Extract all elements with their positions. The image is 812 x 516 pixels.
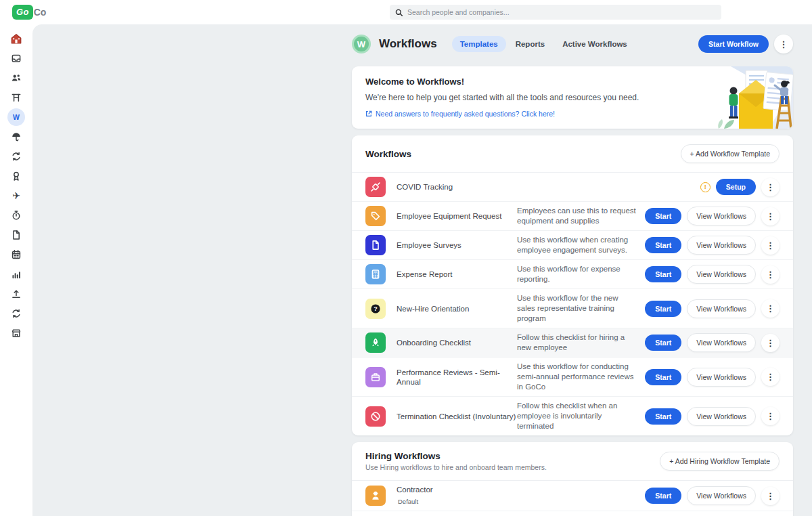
view-workflows-button[interactable]: View Workflows (687, 265, 756, 284)
marketplace-icon (11, 328, 22, 339)
welcome-illustration (637, 66, 793, 129)
sync-alt-icon (11, 308, 22, 319)
row-kebab-menu-button[interactable]: ⋮ (761, 265, 780, 284)
workflow-row: COVID Tracking!Setup⋮ (352, 173, 793, 202)
sidebar-item-inbox[interactable] (7, 49, 25, 67)
workflow-name: COVID Tracking (397, 182, 517, 192)
logo-text: Co (34, 7, 47, 18)
default-badge: Default (397, 497, 517, 507)
start-button[interactable]: Start (645, 488, 681, 504)
team-icon (11, 72, 22, 83)
row-kebab-menu-button[interactable]: ⋮ (761, 299, 780, 318)
welcome-banner: Welcome to Workflows! We're here to help… (352, 66, 793, 129)
start-button[interactable]: Start (645, 237, 681, 253)
sidebar-item-workflows[interactable]: W (7, 108, 25, 126)
row-kebab-menu-button[interactable]: ⋮ (761, 178, 780, 196)
workflow-description: Follow this checklist when an employee i… (517, 401, 645, 431)
workflows-icon: W (11, 112, 22, 123)
document-icon (365, 235, 386, 255)
workflow-name: Termination Checklist (Involuntary) (397, 412, 517, 421)
add-workflow-template-button[interactable]: + Add Workflow Template (681, 144, 780, 163)
workflow-description: Use this workflow for expense reporting. (517, 264, 645, 284)
workflow-description: Employees can use this to request equipm… (517, 206, 645, 226)
workflow-description: Use this workflow when creating employee… (517, 235, 645, 255)
workflows-card: Workflows + Add Workflow Template COVID … (352, 135, 793, 435)
svg-text:?: ? (374, 305, 378, 312)
office-icon (11, 92, 22, 103)
faq-link[interactable]: Need answers to frequently asked questio… (365, 110, 555, 118)
start-button[interactable]: Start (645, 266, 681, 282)
workflow-name: Expense Report (397, 270, 517, 279)
tab-reports[interactable]: Reports (508, 36, 553, 52)
tab-active-workflows[interactable]: Active Workflows (554, 36, 635, 52)
start-button[interactable]: Start (645, 408, 681, 425)
start-button[interactable]: Start (645, 335, 681, 351)
search-icon (395, 9, 403, 16)
row-kebab-menu-button[interactable]: ⋮ (761, 236, 780, 255)
view-workflows-button[interactable]: View Workflows (687, 299, 756, 318)
workflow-name: Performance Reviews - Semi-Annual (397, 368, 517, 387)
sync-icon (11, 151, 22, 162)
workflow-row: Employee SurveysUse this workflow when c… (352, 231, 793, 260)
inbox-icon (11, 53, 22, 64)
sidebar-item-travel[interactable]: ✈ (7, 187, 25, 205)
page-title: Workflows (379, 37, 437, 51)
awards-icon (11, 171, 22, 181)
sidebar-item-calendar[interactable] (7, 246, 25, 263)
row-kebab-menu-button[interactable]: ⋮ (761, 207, 780, 225)
reports-icon (11, 269, 22, 280)
workflow-name: New-Hire Orientation (397, 304, 517, 314)
time-tracking-icon (11, 210, 22, 221)
sidebar-item-office[interactable] (7, 89, 25, 106)
view-workflows-button[interactable]: View Workflows (687, 207, 756, 225)
view-workflows-button[interactable]: View Workflows (687, 333, 756, 352)
workflows-icon: W (352, 35, 371, 53)
sidebar-item-time-tracking[interactable] (7, 207, 25, 224)
warning-icon: ! (700, 182, 710, 192)
view-workflows-button[interactable]: View Workflows (687, 236, 756, 255)
header-kebab-menu-button[interactable]: ⋮ (774, 35, 793, 53)
sidebar-item-reports[interactable] (7, 265, 25, 283)
global-search[interactable] (390, 5, 721, 20)
main-canvas: W Workflows TemplatesReportsActive Workf… (32, 24, 812, 516)
sidebar-item-export[interactable] (7, 285, 25, 303)
view-workflows-button[interactable]: View Workflows (687, 368, 756, 387)
search-input[interactable] (407, 8, 716, 16)
start-button[interactable]: Start (645, 301, 681, 317)
view-workflows-button[interactable]: View Workflows (687, 407, 756, 426)
home-icon (9, 32, 23, 45)
row-kebab-menu-button[interactable]: ⋮ (761, 407, 780, 425)
sidebar-item-home[interactable] (7, 30, 25, 47)
svg-text:✈: ✈ (12, 190, 20, 201)
row-kebab-menu-button[interactable]: ⋮ (761, 334, 780, 352)
sidebar-item-awards[interactable] (7, 167, 25, 185)
sidebar-item-team[interactable] (7, 69, 25, 87)
sidebar-item-sync-alt[interactable] (7, 305, 25, 322)
workflow-row: Expense ReportUse this workflow for expe… (352, 260, 793, 289)
row-kebab-menu-button[interactable]: ⋮ (761, 368, 780, 386)
briefcase-icon (365, 367, 386, 387)
hardhat-icon (365, 486, 386, 506)
syringe-icon (365, 177, 386, 197)
workflow-name: Employee Equipment Request (397, 211, 517, 221)
workflow-description: Follow this checklist for hiring a new e… (517, 332, 645, 353)
goco-logo[interactable]: Go Co (12, 5, 46, 20)
workflow-row: Employee Equipment RequestEmployees can … (352, 202, 793, 231)
sidebar-item-marketplace[interactable] (7, 324, 25, 342)
start-button[interactable]: Start (645, 208, 681, 224)
tab-bar: TemplatesReportsActive Workflows (452, 36, 635, 52)
tab-templates[interactable]: Templates (452, 36, 506, 52)
sidebar-item-benefits[interactable] (7, 128, 25, 146)
calculator-icon (365, 264, 386, 284)
start-button[interactable]: Start (645, 369, 681, 385)
setup-button[interactable]: Setup (716, 179, 756, 195)
logo-badge: Go (12, 5, 33, 20)
sidebar-item-documents[interactable] (7, 226, 25, 244)
start-workflow-button[interactable]: Start Workflow (698, 35, 769, 53)
tag-icon (365, 206, 386, 226)
row-kebab-menu-button[interactable]: ⋮ (761, 487, 780, 505)
sidebar-item-sync[interactable] (7, 148, 25, 165)
add-hiring-workflow-template-button[interactable]: + Add Hiring Workflow Template (660, 452, 780, 471)
hiring-workflow-row: EmployeeDefaultStartView Workflows⋮ (352, 511, 793, 516)
view-workflows-button[interactable]: View Workflows (687, 486, 756, 505)
